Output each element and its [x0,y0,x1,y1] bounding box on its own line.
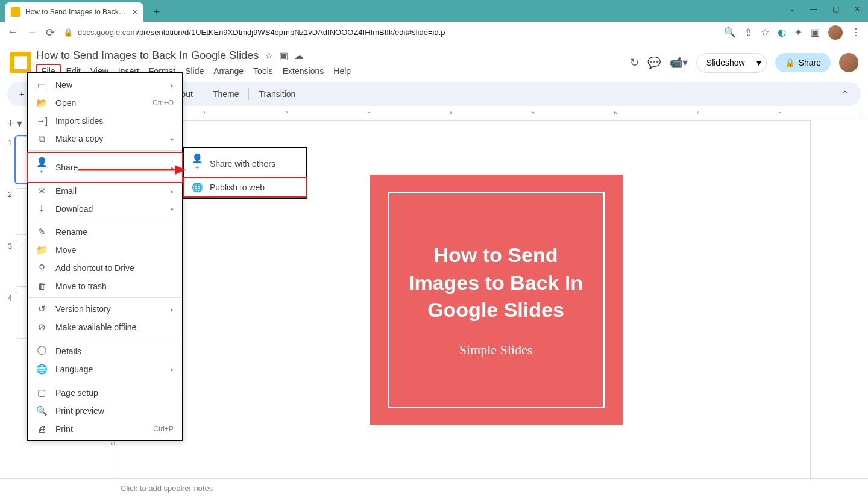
history-icon: ↺ [36,304,47,314]
dropdown-icon[interactable]: ⌄ [786,5,798,13]
slides-logo-icon[interactable] [10,52,31,73]
chrome-menu-icon[interactable]: ⋮ [851,27,861,38]
chevron-right-icon: ▸ [171,188,174,195]
person-plus-icon: 👤⁺ [192,153,203,175]
file-trash[interactable]: 🗑Move to trash [28,277,182,295]
email-icon: ✉ [36,186,47,196]
maximize-icon[interactable]: ▢ [829,5,841,13]
close-window-icon[interactable]: ✕ [851,5,863,13]
slide-content-box[interactable]: How to Send Images to Back In Google Sli… [370,175,623,425]
file-print-preview[interactable]: 🔍Print preview [28,402,182,420]
file-page-setup[interactable]: ▢Page setup [28,384,182,402]
file-new[interactable]: ▭New▸ [28,76,182,94]
folder-icon: 📂 [36,98,47,108]
print-icon: 🖨 [36,423,47,434]
file-dropdown-menu: ▭New▸ 📂OpenCtrl+O →]Import slides ⧉Make … [27,72,183,441]
download-icon: ⭳ [36,204,47,214]
slide-heading[interactable]: How to Send Images to Back In Google Sli… [401,242,591,325]
file-move[interactable]: 📁Move [28,241,182,259]
file-print[interactable]: 🖨PrintCtrl+P [28,420,182,437]
copy-icon: ⧉ [36,133,47,144]
ruler-horizontal: 1 2 3 4 5 6 7 8 9 [121,108,868,119]
zoom-icon[interactable]: 🔍 [724,27,736,38]
minimize-icon[interactable]: — [808,5,820,13]
extension-a-icon[interactable]: ◐ [778,27,786,38]
address-bar: ← → ⟳ 🔒 docs.google.com/presentation/d/1… [0,22,868,43]
document-title[interactable]: How to Send Images to Back In Google Sli… [36,49,259,62]
chevron-right-icon: ▸ [171,136,174,142]
chevron-right-icon: ▸ [171,205,174,212]
tab-close-icon[interactable]: × [133,7,137,17]
file-version[interactable]: ↺Version history▸ [28,300,182,318]
preview-icon: 🔍 [36,405,47,416]
extensions-icon[interactable]: ✦ [794,27,802,38]
menu-slide[interactable]: Slide [181,65,208,77]
file-download[interactable]: ⭳Download▸ [28,200,182,217]
url-path: /presentation/d/1UEtKEn9XDtmdj9WS4epmpNz… [137,28,445,37]
slides-favicon-icon [11,7,20,17]
browser-chrome: ⌄ — ▢ ✕ How to Send Images to Back In G … [0,0,868,43]
tab-title: How to Send Images to Back In G [25,8,128,16]
comments-icon[interactable]: 💬 [647,56,661,69]
offline-icon: ⊘ [36,322,47,333]
reload-button[interactable]: ⟳ [46,26,55,39]
speaker-notes[interactable]: Click to add speaker notes [0,478,868,500]
file-email[interactable]: ✉Email▸ [28,182,182,200]
present-icon[interactable]: 📹▾ [669,56,688,69]
chevron-right-icon: ▸ [171,82,174,89]
tab-bar: How to Send Images to Back In G × + [0,0,868,22]
info-icon: ⓘ [36,345,47,357]
file-offline[interactable]: ⊘Make available offline [28,318,182,336]
forward-button[interactable]: → [27,26,37,39]
address-bar-icons: 🔍 ⇪ ☆ ◐ ✦ ▣ ⋮ [724,25,861,40]
file-shortcut[interactable]: ⚲Add shortcut to Drive [28,259,182,277]
url-input[interactable]: 🔒 docs.google.com/presentation/d/1UEtKEn… [63,28,715,37]
file-open[interactable]: 📂OpenCtrl+O [28,94,182,112]
account-avatar-icon[interactable] [839,53,858,72]
import-icon: →] [36,116,47,126]
annotation-arrow-icon [78,164,187,176]
new-tab-button[interactable]: + [148,4,165,20]
history-icon[interactable]: ↻ [630,56,639,69]
file-copy[interactable]: ⧉Make a copy▸ [28,130,182,148]
window-controls: ⌄ — ▢ ✕ [786,5,863,13]
move-icon: 📁 [36,245,47,255]
document-icon: ▭ [36,80,47,90]
menu-tools[interactable]: Tools [249,65,277,77]
slideshow-dropdown[interactable]: ▾ [752,53,767,73]
profile-avatar-icon[interactable] [828,25,843,40]
menu-help[interactable]: Help [329,65,355,77]
page-icon: ▢ [36,387,47,398]
transition-button[interactable]: Transition [254,87,300,101]
share-with-others[interactable]: 👤⁺Share with others [184,149,306,178]
theme-button[interactable]: Theme [208,87,244,101]
star-icon[interactable]: ☆ [265,50,273,61]
cloud-status-icon[interactable]: ☁ [294,50,304,61]
collapse-toolbar-icon[interactable]: ⌃ [837,87,854,101]
menu-extensions[interactable]: Extensions [278,65,328,77]
bookmark-icon[interactable]: ☆ [761,27,769,38]
chevron-right-icon: ▸ [171,366,174,373]
file-rename[interactable]: ✎Rename [28,223,182,241]
menu-arrange[interactable]: Arrange [209,65,248,77]
person-plus-icon: 👤⁺ [36,157,47,178]
move-folder-icon[interactable]: ▣ [279,50,288,61]
slideshow-button[interactable]: Slideshow [696,53,755,73]
file-language[interactable]: 🌐Language▸ [28,360,182,378]
lock-icon: 🔒 [785,58,795,67]
back-button[interactable]: ← [7,26,18,39]
file-import[interactable]: →]Import slides [28,112,182,130]
svg-marker-1 [175,165,186,175]
slide-subtitle[interactable]: Simple Slides [459,342,533,358]
shortcut-icon: ⚲ [36,263,47,273]
browser-tab[interactable]: How to Send Images to Back In G × [5,2,143,22]
url-host: docs.google.com [78,28,137,37]
file-details[interactable]: ⓘDetails [28,342,182,360]
globe-icon: 🌐 [192,182,203,193]
globe-icon: 🌐 [36,364,47,375]
share-submenu: 👤⁺Share with others 🌐Publish to web [183,147,307,199]
share-button[interactable]: 🔒 Share [775,53,831,72]
share-url-icon[interactable]: ⇪ [744,27,752,38]
sidepanel-icon[interactable]: ▣ [811,27,820,38]
publish-to-web[interactable]: 🌐Publish to web [183,177,307,198]
